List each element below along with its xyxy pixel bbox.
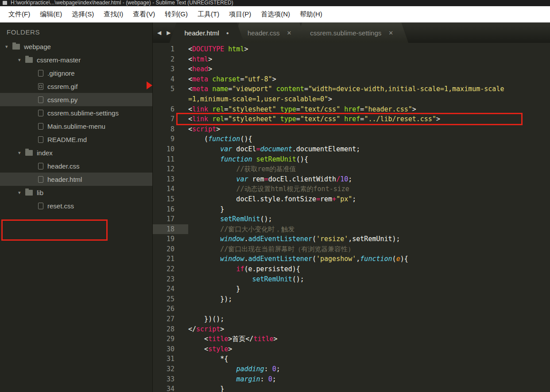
item-label: reset.css [47, 202, 74, 210]
code-line: 21 window.addEventListener('pageshow',fu… [153, 254, 550, 264]
code-line: 29 <title>首页</title> [153, 334, 550, 344]
code-text: })(); [188, 314, 224, 324]
sidebar-item-lib[interactable]: ▾lib [0, 186, 152, 199]
code-line: 7<link rel="stylesheet" type="text/css" … [153, 114, 550, 124]
code-line: 19 window.addEventListener('resize',setR… [153, 234, 550, 244]
line-number: 31 [153, 354, 188, 364]
code-text: <script> [188, 124, 220, 135]
item-label: cssrem.gif [47, 83, 77, 90]
disclosure-triangle-icon[interactable]: ▾ [18, 150, 25, 156]
window-title: H:\work\practice\...\webpage\index\heade… [11, 0, 233, 6]
line-number: 2 [153, 54, 188, 65]
image-file-icon [38, 83, 43, 90]
folder-icon [25, 190, 33, 196]
menu-item[interactable]: 文件(F) [4, 7, 35, 22]
close-icon[interactable]: ✕ [388, 30, 393, 36]
code-text: var docEl=document.documentElement; [188, 144, 360, 154]
menu-item[interactable]: 帮助(H) [295, 7, 327, 22]
code-text: <link rel="stylesheet" type="text/css" h… [188, 114, 440, 124]
menu-item[interactable]: 编辑(E) [35, 7, 67, 22]
code-line: 2<html> [153, 54, 550, 65]
code-text: //窗口大小变化时，触发 [188, 224, 294, 234]
disclosure-triangle-icon[interactable]: ▾ [18, 190, 25, 196]
code-editor[interactable]: 1<DOCUTYPE html>2<html>3<head>4<meta cha… [153, 43, 550, 392]
tab-header.css[interactable]: header.css✕ [232, 23, 306, 43]
menu-item[interactable]: 查找(I) [99, 7, 128, 22]
item-label: cssrem-master [37, 56, 81, 64]
code-text: <html> [188, 54, 212, 65]
tab-bar: ◀ ▶ header.html●header.css✕cssrem.sublim… [153, 23, 550, 43]
line-number: 9 [153, 134, 188, 144]
sidebar-item-Main.sublime-menu[interactable]: Main.sublime-menu [0, 119, 152, 133]
item-label: README.md [47, 136, 87, 143]
code-text: </script> [188, 324, 224, 334]
sidebar-item-reset.css[interactable]: reset.css [0, 199, 152, 212]
sidebar-item-cssrem.py[interactable]: cssrem.py [0, 93, 152, 106]
code-text: window.addEventListener('pageshow',funct… [188, 254, 408, 264]
menu-item[interactable]: 查看(V) [128, 7, 160, 22]
code-line: 27 })(); [153, 314, 550, 324]
line-number: 28 [153, 324, 188, 334]
disclosure-triangle-icon[interactable]: ▾ [5, 44, 12, 50]
sidebar-item-webpage[interactable]: ▾webpage [0, 40, 152, 53]
sidebar: FOLDERS ▾webpage▾cssrem-master.gitignore… [0, 23, 153, 392]
menu-item[interactable]: 选择(S) [67, 7, 99, 22]
sidebar-item-cssrem-master[interactable]: ▾cssrem-master [0, 53, 152, 66]
modified-dot-icon: ● [226, 31, 229, 35]
line-number: 25 [153, 294, 188, 304]
code-line: 3<head> [153, 64, 550, 74]
code-line: 16 } [153, 204, 550, 215]
sidebar-item-.gitignore[interactable]: .gitignore [0, 66, 152, 80]
folder-icon [12, 44, 20, 50]
line-number: 12 [153, 164, 188, 174]
title-bar: H:\work\practice\...\webpage\index\heade… [0, 0, 550, 6]
code-line: 4<meta charset="utf-8"> [153, 74, 550, 85]
code-text: } [188, 384, 224, 392]
code-text: <title>首页</title> [188, 334, 278, 344]
item-label: cssrem.sublime-settings [47, 109, 119, 117]
menu-item[interactable]: 项目(P) [224, 7, 256, 22]
menu-item[interactable]: 工具(T) [193, 7, 224, 22]
sidebar-item-header.css[interactable]: header.css [0, 159, 152, 173]
file-icon [38, 123, 43, 130]
line-number: 30 [153, 344, 188, 354]
sidebar-item-cssrem.gif[interactable]: cssrem.gif [0, 80, 152, 93]
disclosure-triangle-icon[interactable]: ▾ [18, 57, 25, 63]
code-line: 32 padding: 0; [153, 364, 550, 374]
item-label: .gitignore [47, 69, 75, 77]
code-text: <style> [188, 344, 232, 354]
line-number: 27 [153, 314, 188, 324]
line-number: 24 [153, 284, 188, 294]
menu-item[interactable]: 首选项(N) [256, 7, 295, 22]
line-number: 22 [153, 264, 188, 274]
line-number: 19 [153, 234, 188, 244]
tab-header.html[interactable]: header.html● [169, 23, 244, 43]
code-text: (function(){ [188, 134, 252, 144]
code-text: //动态设置html根元素的font-size [188, 184, 349, 194]
code-line: 22 if(e.persisted){ [153, 264, 550, 274]
line-number: 17 [153, 214, 188, 224]
code-text: } [188, 284, 240, 294]
item-label: cssrem.py [47, 96, 77, 104]
sidebar-item-index[interactable]: ▾index [0, 146, 152, 159]
line-number: 16 [153, 204, 188, 215]
code-line: 23 setRemUnit(); [153, 274, 550, 284]
close-icon[interactable]: ✕ [287, 30, 291, 36]
line-number: 33 [153, 374, 188, 384]
code-line: 31 *{ [153, 354, 550, 364]
line-number: 29 [153, 334, 188, 344]
code-line: 15 docEl.style.fontSize=rem+"px"; [153, 194, 550, 204]
menu-item[interactable]: 转到(G) [160, 7, 193, 22]
sidebar-item-README.md[interactable]: README.md [0, 133, 152, 146]
code-line: 13 var rem=docEl.clientWidth/10; [153, 174, 550, 184]
sidebar-item-cssrem.sublime-settings[interactable]: cssrem.sublime-settings [0, 106, 152, 119]
tab-cssrem.sublime-settings[interactable]: cssrem.sublime-settings✕ [295, 23, 408, 43]
tab-nav-right-icon[interactable]: ▶ [167, 30, 170, 36]
file-icon [38, 110, 43, 116]
file-icon [38, 176, 43, 183]
file-icon [38, 203, 43, 209]
sidebar-item-header.html[interactable]: header.html [0, 173, 152, 186]
tab-nav-left-icon[interactable]: ◀ [157, 30, 161, 36]
editor-area: ◀ ▶ header.html●header.css✕cssrem.sublim… [153, 23, 550, 392]
folder-icon [25, 57, 33, 63]
